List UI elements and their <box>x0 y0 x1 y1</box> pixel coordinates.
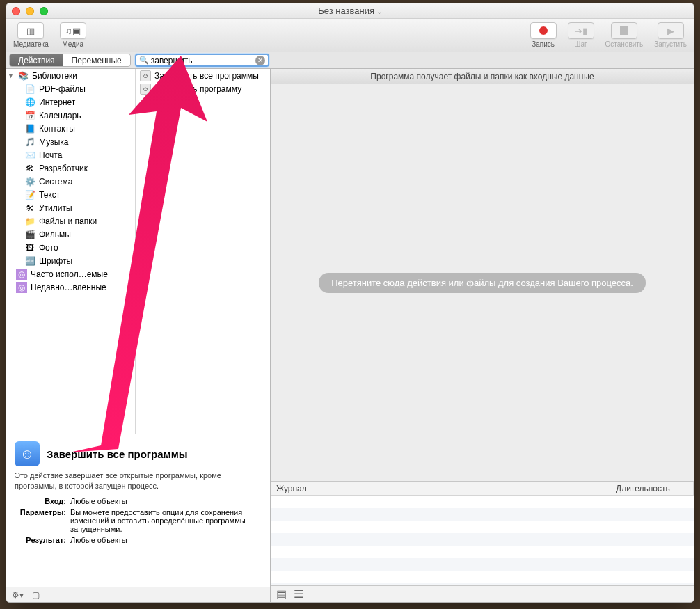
category-item[interactable]: ⚙️Система <box>6 175 135 188</box>
smart-folder-item[interactable]: ◎Недавно…вленные <box>6 280 135 294</box>
category-label: Файлы и папки <box>39 216 97 226</box>
action-icon: ☺ <box>140 84 151 95</box>
action-search-field[interactable]: 🔍 ✕ <box>135 54 269 67</box>
step-button[interactable]: ➔▮ Шаг <box>568 22 594 48</box>
category-label: Интернет <box>39 97 75 107</box>
category-item[interactable]: 🌐Интернет <box>6 95 135 109</box>
category-icon: 📄 <box>24 84 35 95</box>
media-icon: ♫▣ <box>65 26 81 36</box>
category-icon: 🛠 <box>24 163 35 174</box>
smart-folder-label: Недавно…вленные <box>31 283 106 292</box>
category-item[interactable]: 🎵Музыка <box>6 135 135 148</box>
workflow-input-header[interactable]: Программа получает файлы и папки как вхо… <box>271 69 694 84</box>
clear-search-button[interactable]: ✕ <box>255 56 265 65</box>
category-label: Система <box>39 177 72 187</box>
record-button[interactable]: Запись <box>530 22 557 48</box>
sidebar-icon: ▥ <box>26 26 35 36</box>
gear-menu-button[interactable]: ⚙︎▾ <box>12 590 24 600</box>
action-icon: ☺ <box>140 70 151 81</box>
category-icon: 📝 <box>24 189 35 200</box>
run-button[interactable]: ▶ Запустить <box>654 22 687 48</box>
action-label: Завершить программу <box>154 84 241 94</box>
category-item[interactable]: 🔤Шрифты <box>6 254 135 267</box>
finder-icon: ☺ <box>15 441 40 466</box>
minimize-window-button[interactable] <box>26 7 34 15</box>
action-result-item[interactable]: ☺Завершить программу <box>136 82 270 95</box>
category-icon: 🔤 <box>24 255 35 267</box>
category-icon: 📘 <box>24 123 35 134</box>
detail-title: Завершить все программы <box>47 448 188 460</box>
category-label: Разработчик <box>39 164 88 173</box>
category-item[interactable]: 📄PDF-файлы <box>6 82 135 95</box>
category-item[interactable]: 🛠Утилиты <box>6 201 135 214</box>
category-icon: ⚙️ <box>24 176 35 187</box>
zoom-window-button[interactable] <box>40 7 48 15</box>
view-log-button[interactable]: ☰ <box>294 587 303 601</box>
stop-button[interactable]: Остановить <box>605 22 644 48</box>
smart-folder-icon: ◎ <box>16 282 27 293</box>
log-column-message[interactable]: Журнал <box>271 482 610 495</box>
toolbar: ▥ Медиатека ♫▣ Медиа Запись ➔▮ Шаг Остан… <box>6 19 694 52</box>
close-window-button[interactable] <box>12 7 20 15</box>
workflow-panel: Программа получает файлы и папки как вхо… <box>271 69 694 602</box>
detail-row: Вход:Любые объекты <box>15 497 262 505</box>
detail-row: Параметры:Вы можете предоставить опции д… <box>15 508 262 533</box>
library-panel: ▼📚Библиотеки📄PDF-файлы🌐Интернет📅Календар… <box>6 69 271 602</box>
detail-summary: Это действие завершает все открытые прог… <box>15 470 262 491</box>
app-window: Без названия ▥ Медиатека ♫▣ Медиа Запись… <box>6 3 694 603</box>
category-icon: 🖼 <box>24 242 35 253</box>
record-icon <box>539 26 548 35</box>
category-label: Фото <box>39 243 58 253</box>
category-icon: ✉️ <box>24 150 35 161</box>
books-icon: 📚 <box>17 70 29 81</box>
detail-key: Параметры: <box>15 508 70 533</box>
category-label: Текст <box>39 190 60 200</box>
library-footer: ⚙︎▾ ▢ <box>6 587 270 602</box>
category-icon: 🛠 <box>24 203 35 214</box>
workflow-footer: ▤ ☰ <box>271 585 694 602</box>
category-item[interactable]: 📁Файлы и папки <box>6 214 135 228</box>
category-label: Почта <box>39 150 62 160</box>
action-results-list[interactable]: ☺Завершить все программы☺Завершить прогр… <box>136 69 270 434</box>
category-list[interactable]: ▼📚Библиотеки📄PDF-файлы🌐Интернет📅Календар… <box>6 69 136 434</box>
category-label: Шрифты <box>39 256 72 266</box>
main-area: ▼📚Библиотеки📄PDF-файлы🌐Интернет📅Календар… <box>6 69 694 602</box>
category-item[interactable]: 🎬Фильмы <box>6 228 135 241</box>
category-item[interactable]: ✉️Почта <box>6 148 135 161</box>
category-icon: 🌐 <box>24 97 35 108</box>
category-item[interactable]: 📝Текст <box>6 188 135 201</box>
smart-folder-item[interactable]: ◎Часто испол…емые <box>6 267 135 280</box>
category-item[interactable]: 📅Календарь <box>6 109 135 122</box>
media-button[interactable]: ♫▣ Медиа <box>60 22 86 48</box>
variables-tab[interactable]: Переменные <box>63 54 130 66</box>
library-mode-segment: Действия Переменные <box>9 54 131 67</box>
library-tabbar: Действия Переменные 🔍 ✕ <box>6 52 694 69</box>
category-icon: 📁 <box>24 216 35 227</box>
action-search-input[interactable] <box>151 56 255 65</box>
actions-tab[interactable]: Действия <box>10 54 63 66</box>
category-label: Календарь <box>39 111 81 120</box>
expand-detail-button[interactable]: ▢ <box>32 590 40 600</box>
category-icon: 🎵 <box>24 136 35 148</box>
category-item[interactable]: 🛠Разработчик <box>6 161 135 175</box>
titlebar: Без названия <box>6 3 694 19</box>
category-icon: 📅 <box>24 110 35 121</box>
workflow-canvas[interactable]: Перетяните сюда действия или файлы для с… <box>271 84 694 481</box>
traffic-lights <box>12 7 48 15</box>
log-column-duration[interactable]: Длительность <box>610 482 694 495</box>
detail-value: Любые объекты <box>70 497 262 505</box>
action-label: Завершить все программы <box>154 71 259 81</box>
detail-value: Любые объекты <box>70 536 262 544</box>
category-item[interactable]: 📘Контакты <box>6 122 135 135</box>
stop-icon <box>620 26 628 35</box>
library-root[interactable]: ▼📚Библиотеки <box>6 69 135 82</box>
detail-key: Вход: <box>15 497 70 505</box>
category-item[interactable]: 🖼Фото <box>6 241 135 254</box>
smart-folder-label: Часто испол…емые <box>31 269 108 279</box>
action-result-item[interactable]: ☺Завершить все программы <box>136 69 270 82</box>
category-label: Фильмы <box>39 230 71 239</box>
workflow-placeholder-text: Перетяните сюда действия или файлы для с… <box>319 273 646 293</box>
category-label: Музыка <box>39 137 68 147</box>
view-workflow-button[interactable]: ▤ <box>276 587 287 601</box>
media-library-button[interactable]: ▥ Медиатека <box>13 22 49 48</box>
